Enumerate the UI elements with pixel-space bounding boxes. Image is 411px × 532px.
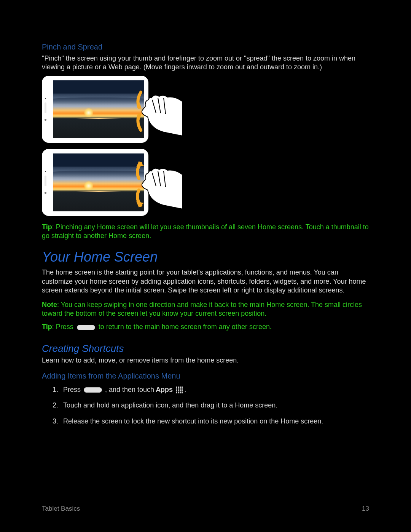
tip-suffix: to return to the main home screen from a… (97, 323, 272, 331)
heading-adding-items: Adding Items from the Applications Menu (42, 371, 369, 381)
apps-grid-icon (176, 387, 183, 393)
heading-home-screen: Your Home Screen (42, 248, 369, 266)
home-note: Note: You can keep swiping in one direct… (42, 300, 369, 318)
tablet-pinch-illustration (42, 76, 148, 143)
tablet-side-controls (44, 171, 47, 194)
pinch-illustrations (42, 76, 369, 216)
home-screen-body: The home screen is the starting point fo… (42, 268, 369, 295)
step-text: Press , and then touch Apps . (63, 385, 186, 394)
note-label: Note (42, 301, 57, 308)
tip-label: Tip (42, 223, 52, 231)
hand-pinch-icon (118, 79, 183, 144)
tablet-spread-illustration (42, 149, 148, 216)
steps-list: 1. Press , and then touch Apps . 2. Touc… (53, 385, 369, 426)
pinch-body: "Pinch" the screen using your thumb and … (42, 54, 369, 72)
tip-label: Tip (42, 323, 52, 331)
list-item: 3. Release the screen to lock the new sh… (53, 417, 369, 426)
home-button-icon (77, 325, 95, 330)
home-button-icon (84, 387, 102, 393)
step-number: 2. (53, 401, 63, 410)
page-footer: Tablet Basics 13 (42, 505, 369, 513)
shortcuts-body: Learn how to add, move, or remove items … (42, 356, 369, 365)
home-tip: Tip: Press to return to the main home sc… (42, 323, 369, 331)
footer-section: Tablet Basics (42, 505, 80, 513)
svg-marker-2 (136, 161, 144, 167)
list-item: 2. Touch and hold an application icon, a… (53, 401, 369, 410)
tip-prefix: : Press (52, 323, 75, 331)
tablet-side-controls (44, 98, 47, 121)
svg-marker-3 (136, 201, 144, 208)
tip-text: : Pinching any Home screen will let you … (42, 223, 369, 240)
hand-spread-icon (118, 152, 183, 217)
footer-page-number: 13 (362, 505, 369, 513)
note-text: : You can keep swiping in one direction … (42, 301, 362, 317)
heading-creating-shortcuts: Creating Shortcuts (42, 342, 369, 355)
pinch-tip: Tip: Pinching any Home screen will let y… (42, 223, 369, 241)
step-text: Release the screen to lock the new short… (63, 417, 323, 426)
step-number: 3. (53, 417, 63, 426)
list-item: 1. Press , and then touch Apps . (53, 385, 369, 394)
heading-pinch-spread: Pinch and Spread (42, 42, 369, 52)
step-text: Touch and hold an application icon, and … (63, 401, 277, 410)
step-number: 1. (53, 385, 63, 394)
